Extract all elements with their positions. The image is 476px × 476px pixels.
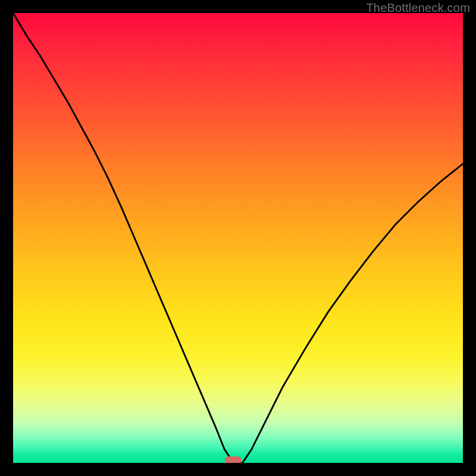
chart-stage: TheBottleneck.com — [0, 0, 476, 476]
optimal-marker — [225, 456, 242, 463]
bottleneck-curve — [13, 13, 463, 463]
plot-area — [13, 13, 463, 463]
curve-path — [13, 13, 463, 463]
